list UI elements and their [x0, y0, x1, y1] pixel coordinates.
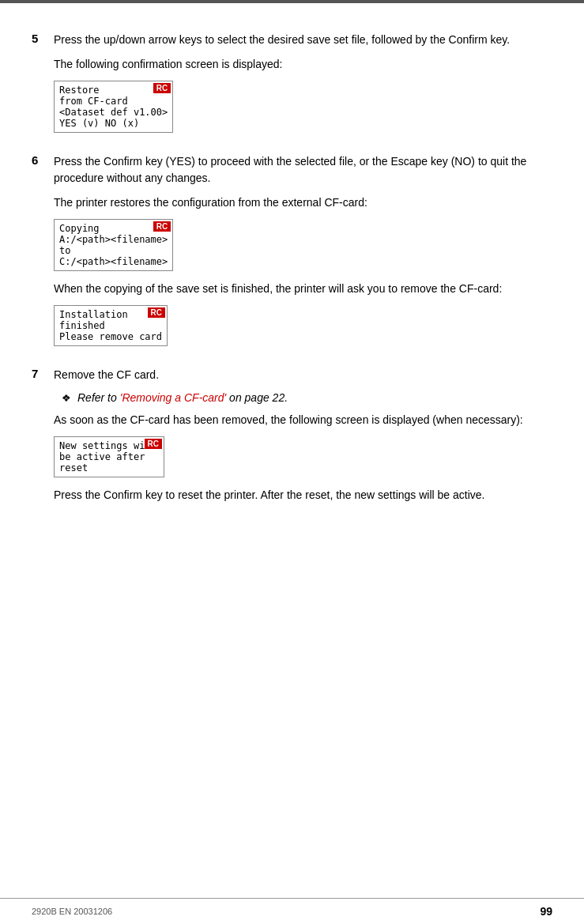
step-7-s3-line-2: be active after: [59, 451, 159, 462]
step-6-after-screen: When the copying of the save set is fini…: [54, 281, 552, 297]
step-7-body: Remove the CF card. ❖ Refer to 'Removing…: [54, 367, 552, 511]
step-7-refer-suffix: on page 22.: [226, 391, 288, 404]
footer-doc-number: 2920B EN 20031206: [32, 907, 112, 916]
step-6-line-4: C:/<path><filename>: [59, 256, 168, 267]
step-5-line-4: YES (v) NO (x): [59, 118, 168, 129]
step-6-line-1: Copying: [59, 223, 168, 234]
step-6-line-2: A:/<path><filename>: [59, 234, 168, 245]
step-5-line-3: <Dataset def v1.00>: [59, 107, 168, 118]
step-6-s2-line-4: Please remove card: [59, 331, 162, 342]
step-7-final-note: Press the Confirm key to reset the print…: [54, 487, 552, 503]
step-6-s2-line-2: finished: [59, 320, 162, 331]
step-7-number: 7: [32, 367, 54, 380]
step-6-s2-line-1: Installation: [59, 309, 162, 320]
step-5-line-1: Restore: [59, 85, 168, 96]
step-6-block: 6 Press the Confirm key (YES) to proceed…: [32, 153, 552, 356]
step-5-block: 5 Press the up/down arrow keys to select…: [32, 32, 552, 142]
footer: 2920B EN 20031206 99: [0, 898, 584, 924]
step-7-para-1: Remove the CF card.: [54, 367, 552, 383]
footer-page-number: 99: [540, 905, 552, 918]
diamond-icon: ❖: [62, 392, 71, 404]
step-6-para-2: The printer restores the configuration f…: [54, 194, 552, 211]
step-7-rc-badge: RC: [145, 439, 162, 449]
step-5-screen: RC Restore from CF-card <Dataset def v1.…: [54, 81, 173, 133]
step-6-screen2: RC Installation finished Please remove c…: [54, 305, 168, 346]
step-5-para-1: Press the up/down arrow keys to select t…: [54, 32, 552, 48]
step-7-refer-prefix: Refer to: [77, 391, 120, 404]
step-6-body: Press the Confirm key (YES) to proceed w…: [54, 153, 552, 356]
step-5-body: Press the up/down arrow keys to select t…: [54, 32, 552, 142]
step-5-para-2: The following confirmation screen is dis…: [54, 56, 552, 73]
step-5-line-2: from CF-card: [59, 96, 168, 107]
step-5-number: 5: [32, 32, 54, 45]
page-content: 5 Press the up/down arrow keys to select…: [0, 16, 584, 570]
step-6-rc-badge: RC: [153, 221, 171, 232]
step-7-bullet-text: Refer to 'Removing a CF-card' on page 22…: [77, 391, 288, 404]
step-6-para-1: Press the Confirm key (YES) to proceed w…: [54, 153, 552, 187]
top-border: [0, 0, 584, 3]
step-7-refer-link[interactable]: 'Removing a CF-card': [120, 391, 227, 404]
step-7-bullet: ❖ Refer to 'Removing a CF-card' on page …: [62, 391, 552, 404]
step-6-screen: RC Copying A:/<path><filename> to C:/<pa…: [54, 219, 173, 271]
step-6-line-3: to: [59, 245, 168, 256]
step-7-screen3: RC New settings will be active after res…: [54, 436, 164, 477]
step-7-block: 7 Remove the CF card. ❖ Refer to 'Removi…: [32, 367, 552, 511]
step-7-after-bullet: As soon as the CF-card has been removed,…: [54, 412, 552, 428]
step-5-rc-badge: RC: [153, 83, 171, 93]
step-6-rc-badge2: RC: [148, 307, 165, 318]
step-7-s3-line-3: reset: [59, 462, 159, 473]
step-6-number: 6: [32, 153, 54, 167]
